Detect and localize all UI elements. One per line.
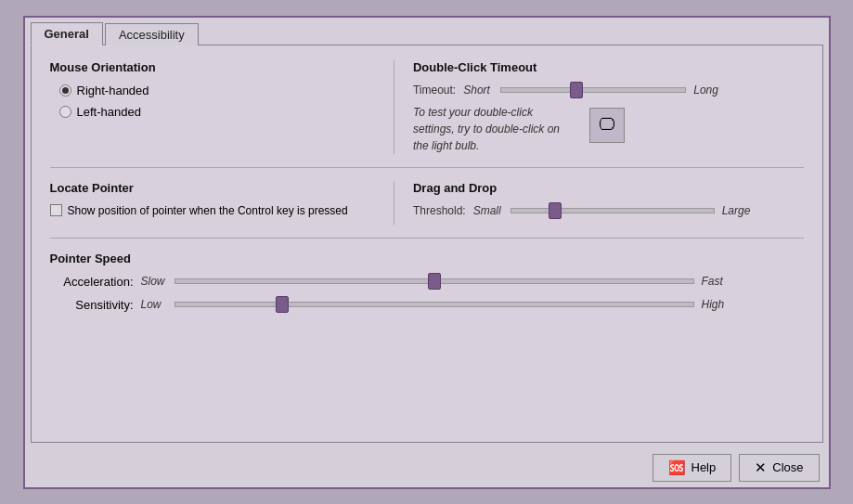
mouse-orientation-radio-group: Right-handed Left-handed xyxy=(59,84,375,119)
tab-accessibility[interactable]: Accessibility xyxy=(105,23,199,45)
pointer-speed-sliders: Acceleration: Slow Fast Sensitivity: Low… xyxy=(59,275,804,312)
tab-general[interactable]: General xyxy=(31,22,103,45)
acceleration-slider[interactable] xyxy=(174,278,694,284)
dbl-click-area: To test your double-click settings, try … xyxy=(413,104,804,154)
right-handed-option[interactable]: Right-handed xyxy=(59,84,375,97)
lightbulb-button[interactable]: 🖵 xyxy=(589,108,625,143)
dialog: General Accessibility Mouse Orientation … xyxy=(23,16,831,489)
mid-row: Locate Pointer Show position of pointer … xyxy=(50,181,804,239)
large-label: Large xyxy=(722,204,751,217)
help-button[interactable]: 🆘 Help xyxy=(653,454,732,482)
sensitivity-slider[interactable] xyxy=(174,302,694,307)
close-label: Close xyxy=(772,460,803,474)
drag-slider-row: Threshold: Small Large xyxy=(413,204,804,217)
mouse-orientation-section: Mouse Orientation Right-handed Left-hand… xyxy=(50,60,394,154)
top-row: Mouse Orientation Right-handed Left-hand… xyxy=(50,60,804,168)
locate-pointer-section: Locate Pointer Show position of pointer … xyxy=(50,181,394,225)
timeout-slider[interactable] xyxy=(500,87,686,93)
timeout-slider-row: Timeout: Short Long xyxy=(413,84,804,97)
locate-pointer-title: Locate Pointer xyxy=(50,181,375,195)
drag-drop-section: Drag and Drop Threshold: Small Large xyxy=(413,181,804,225)
long-label: Long xyxy=(693,84,721,97)
locate-pointer-label: Show position of pointer when the Contro… xyxy=(68,204,348,217)
small-label: Small xyxy=(473,204,503,217)
drag-threshold-slider[interactable] xyxy=(511,208,715,213)
timeout-label: Timeout: xyxy=(413,84,456,97)
fast-label: Fast xyxy=(702,275,728,288)
locate-pointer-checkbox[interactable] xyxy=(50,204,62,216)
acceleration-label: Acceleration: xyxy=(59,275,134,289)
sensitivity-row: Sensitivity: Low High xyxy=(59,298,804,312)
pointer-speed-title: Pointer Speed xyxy=(50,252,804,265)
help-icon: 🆘 xyxy=(668,459,686,476)
short-label: Short xyxy=(463,84,493,97)
high-label: High xyxy=(702,298,728,311)
right-handed-radio[interactable] xyxy=(59,84,71,97)
double-click-section: Double-Click Timeout Timeout: Short Long… xyxy=(413,60,804,154)
locate-pointer-checkbox-row[interactable]: Show position of pointer when the Contro… xyxy=(50,204,375,217)
mouse-orientation-title: Mouse Orientation xyxy=(50,60,375,74)
help-label: Help xyxy=(691,460,717,474)
drag-drop-title: Drag and Drop xyxy=(413,181,804,195)
double-click-title: Double-Click Timeout xyxy=(413,60,804,74)
left-handed-radio[interactable] xyxy=(59,106,71,118)
pointer-speed-section: Pointer Speed Acceleration: Slow Fast Se… xyxy=(50,252,804,427)
tab-bar: General Accessibility xyxy=(25,18,829,45)
lightbulb-icon: 🖵 xyxy=(599,115,615,135)
dbl-click-desc: To test your double-click settings, try … xyxy=(413,104,571,154)
content-area: Mouse Orientation Right-handed Left-hand… xyxy=(31,45,823,443)
threshold-label: Threshold: xyxy=(413,204,466,217)
close-icon: ✕ xyxy=(755,459,767,476)
sensitivity-label: Sensitivity: xyxy=(59,298,134,312)
close-button[interactable]: ✕ Close xyxy=(739,454,819,482)
left-handed-option[interactable]: Left-handed xyxy=(59,105,375,119)
acceleration-row: Acceleration: Slow Fast xyxy=(59,275,804,289)
low-label: Low xyxy=(141,298,167,311)
footer: 🆘 Help ✕ Close xyxy=(25,448,829,487)
slow-label: Slow xyxy=(141,275,167,288)
